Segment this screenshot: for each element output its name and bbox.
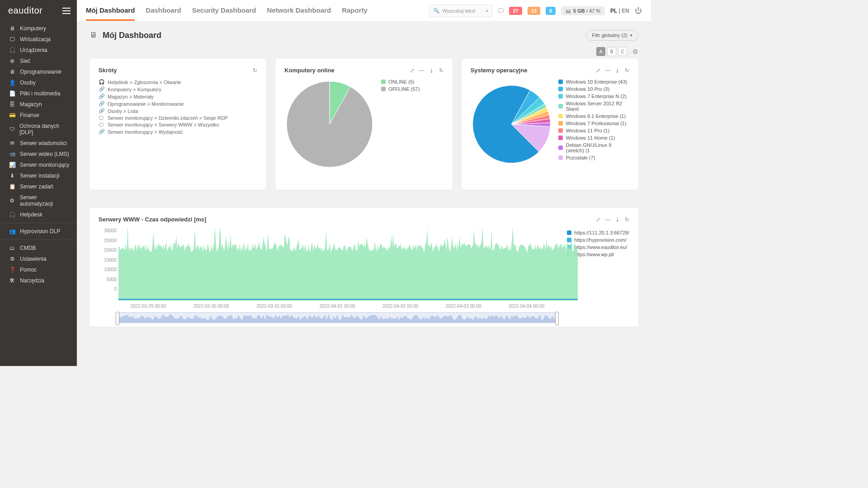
global-filter-button[interactable]: Filtr globalny (2) ▾ <box>586 30 638 41</box>
sidebar-item[interactable]: 🖥Komputery <box>0 23 77 34</box>
legend-item[interactable]: Windows 7 Professional (1) <box>558 121 629 126</box>
sidebar-item[interactable]: ⊕Sieć <box>0 56 77 66</box>
sidebar-item[interactable]: 👥Hyprovision DLP <box>0 226 77 237</box>
view-button[interactable]: C <box>618 47 627 56</box>
shortcut-link[interactable]: 🔗Osoby > Lista <box>99 108 257 114</box>
sidebar-item[interactable]: 🖥Oprogramowanie <box>0 66 77 77</box>
view-button[interactable]: A <box>596 47 605 56</box>
sidebar-item[interactable]: 🛡Ochrona danych [DLP] <box>0 121 77 138</box>
shortcut-link[interactable]: 🔗Magazyn > Materiały <box>99 94 257 99</box>
download-icon[interactable]: ⭳ <box>429 67 434 74</box>
expand-icon[interactable]: ⤢ <box>596 67 600 74</box>
sidebar-item-icon: 🛡 <box>9 126 15 132</box>
sidebar-item-icon: 🛠 <box>9 277 15 284</box>
refresh-icon[interactable]: ↻ <box>439 67 443 74</box>
sidebar-item-label: Pomoc <box>20 267 37 273</box>
sidebar-item[interactable]: ✉Serwer wiadomości <box>0 138 77 149</box>
sidebar-item[interactable]: 🗄Magazyn <box>0 99 77 110</box>
tab[interactable]: Network Dashboard <box>267 1 331 21</box>
sidebar-item-icon: ✉ <box>9 140 15 146</box>
gear-icon[interactable]: ⚙ <box>632 48 638 55</box>
minimize-icon[interactable]: — <box>419 67 425 74</box>
legend-item[interactable]: Debian GNU/Linux 9 (stretch) (1 <box>558 142 629 153</box>
sidebar-item-label: CMDB <box>20 245 36 251</box>
legend-swatch <box>381 87 386 91</box>
sidebar-item-icon: ⚙ <box>9 256 15 262</box>
view-button[interactable]: B <box>607 47 616 56</box>
sidebar-item[interactable]: 🛠Narzędzia <box>0 275 77 286</box>
card-title: Skróty <box>99 67 117 74</box>
power-icon[interactable]: ⏻ <box>635 7 642 15</box>
download-icon[interactable]: ⭳ <box>615 216 620 223</box>
legend-item[interactable]: Windows Server 2012 R2 Stand <box>558 101 629 112</box>
legend-item[interactable]: Windows 7 Enterprise N (2) <box>558 94 629 99</box>
chevron-down-icon: ▾ <box>630 33 632 38</box>
chart-scrubber[interactable] <box>117 312 558 323</box>
dashboard-icon: 🖥 <box>90 31 97 40</box>
sidebar-item[interactable]: 📹Serwer wideo (LMS) <box>0 149 77 160</box>
sidebar-item-icon: 🖥 <box>9 69 15 75</box>
sidebar-item[interactable]: ⚙Ustawienia <box>0 253 77 264</box>
search-input[interactable]: 🔍 Wyszukaj tekst ▾ <box>429 5 492 17</box>
tab[interactable]: Dashboard <box>146 1 181 21</box>
sidebar-item[interactable]: 📋Serwer zadań <box>0 181 77 192</box>
sidebar-item[interactable]: ⚙Serwer automatyzacji <box>0 192 77 209</box>
shortcut-link[interactable]: 🔗Serwer monitorujący > Wydajność <box>99 129 257 135</box>
expand-icon[interactable]: ⤢ <box>410 67 415 74</box>
sidebar-item-icon: 🎧 <box>9 47 15 53</box>
legend-swatch <box>558 104 563 108</box>
sidebar-item[interactable]: ⬇Serwer instalacji <box>0 170 77 181</box>
shortcut-link[interactable]: 🎧Helpdesk > Zgłoszenia > Otwarte <box>99 79 257 85</box>
shortcut-link[interactable]: 🔗Oprogramowanie > Monitorowanie <box>99 101 257 107</box>
chart-pie-os <box>471 79 552 169</box>
refresh-icon[interactable]: ↻ <box>625 67 629 74</box>
legend-item[interactable]: Pozostałe (7) <box>558 155 629 160</box>
minimize-icon[interactable]: — <box>605 216 610 223</box>
menu-toggle-icon[interactable] <box>62 8 71 14</box>
sidebar-item-label: Pliki i multimedia <box>20 90 60 97</box>
sidebar-item[interactable]: 🎧Urządzenia <box>0 45 77 56</box>
legend-item[interactable]: Windows 11 Pro (1) <box>558 128 629 133</box>
expand-icon[interactable]: ⤢ <box>596 216 600 223</box>
card-computers-online: Komputery online ⤢ — ⭳ ↻ ONLINE (5)OFFLI… <box>275 59 452 190</box>
tab[interactable]: Mój Dashboard <box>86 1 135 21</box>
sidebar-item[interactable]: 🗂CMDB <box>0 243 77 253</box>
badge-alert-red[interactable]: 27 <box>509 7 522 15</box>
legend-item[interactable]: Windows 11 Home (1) <box>558 135 629 141</box>
refresh-icon[interactable]: ↻ <box>253 67 257 74</box>
sidebar-item-label: Serwer wiadomości <box>20 140 67 146</box>
disk-icon: 🖴 <box>566 8 571 14</box>
sidebar-item-icon: 🗄 <box>9 101 15 108</box>
sidebar-item[interactable]: 👤Osoby <box>0 77 77 88</box>
shortcut-link[interactable]: 🔗Komputery > Komputery <box>99 86 257 92</box>
legend-item[interactable]: OFFLINE (57) <box>381 86 420 92</box>
sidebar-item[interactable]: 💳Finanse <box>0 110 77 121</box>
sidebar-item[interactable]: 🎧Helpdesk <box>0 209 77 220</box>
sidebar-item-label: Magazyn <box>20 101 42 108</box>
refresh-icon[interactable]: ↻ <box>625 216 629 223</box>
card-title: Systemy operacyjne <box>471 67 528 74</box>
sidebar-item-icon: ⬇ <box>9 173 15 179</box>
storage-indicator[interactable]: 🖴 5 GB / 47 % <box>561 6 605 15</box>
shortcut-link[interactable]: 🖵Serwer monitorujący > Serwery WWW > Wsz… <box>99 122 257 127</box>
sidebar-item-label: Hyprovision DLP <box>20 228 60 235</box>
legend-item[interactable]: ONLINE (5) <box>381 79 420 84</box>
language-switch[interactable]: PL | EN <box>610 8 629 14</box>
sidebar-item-label: Serwer instalacji <box>20 173 59 179</box>
legend-item[interactable]: Windows 10 Enterprise (43) <box>558 79 629 84</box>
minimize-icon[interactable]: — <box>605 67 610 74</box>
legend-item[interactable]: Windows 8.1 Enterprise (1) <box>558 113 629 119</box>
legend-swatch <box>558 87 563 91</box>
download-icon[interactable]: ⭳ <box>615 67 620 74</box>
badge-alert-blue[interactable]: 0 <box>546 7 556 15</box>
tab[interactable]: Raporty <box>342 1 368 21</box>
legend-item[interactable]: Windows 10 Pro (3) <box>558 86 629 92</box>
sidebar-item[interactable]: ❓Pomoc <box>0 264 77 275</box>
tab[interactable]: Security Dashboard <box>192 1 256 21</box>
badge-alert-orange[interactable]: 13 <box>528 7 540 15</box>
sidebar-item[interactable]: 🖵Wirtualizacja <box>0 34 77 45</box>
shortcut-link[interactable]: 🖵Serwer monitorujący > Dzienniki zdarzeń… <box>99 115 257 121</box>
sidebar-item[interactable]: 📄Pliki i multimedia <box>0 88 77 99</box>
sidebar-item[interactable]: 📊Serwer monitorujący <box>0 160 77 170</box>
monitor-icon[interactable]: 🖵 <box>498 7 504 14</box>
